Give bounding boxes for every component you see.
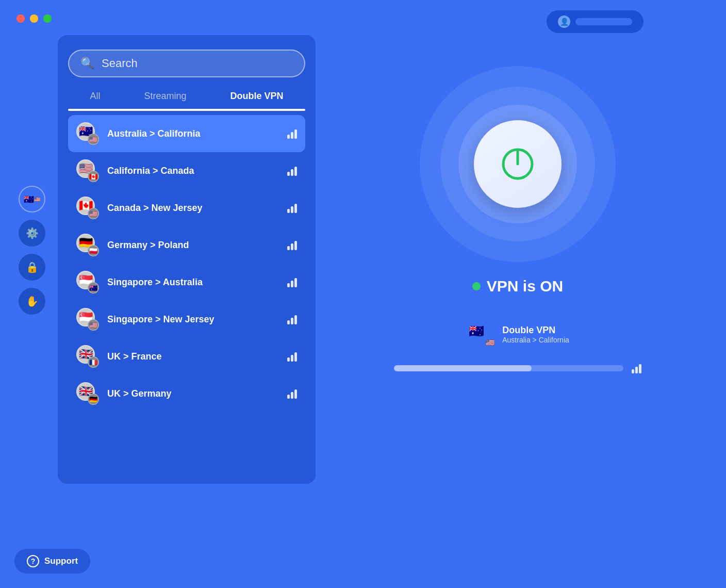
flag-duo-7: 🇬🇧 🇩🇪 <box>76 382 99 405</box>
question-icon: ? <box>27 555 39 567</box>
conn-flag-sec: 🇺🇸 <box>484 336 496 349</box>
search-icon: 🔍 <box>80 57 94 70</box>
power-container <box>420 66 616 262</box>
search-box[interactable]: 🔍 <box>68 50 305 77</box>
flag-duo-3: 🇩🇪 🇵🇱 <box>76 234 99 256</box>
flag-secondary-7: 🇩🇪 <box>88 394 99 405</box>
vpn-name-6: UK > France <box>107 351 279 362</box>
list-item[interactable]: 🇦🇺 🇺🇸 Australia > California <box>68 115 305 152</box>
user-icon: 👤 <box>558 15 570 28</box>
signal-bars-0 <box>287 128 297 139</box>
list-item[interactable]: 🇩🇪 🇵🇱 Germany > Poland <box>68 226 305 264</box>
flag-duo-5: 🇸🇬 🇺🇸 <box>76 308 99 331</box>
vpn-name-5: Singapore > New Jersey <box>107 314 279 325</box>
tab-double-vpn[interactable]: Double VPN <box>225 89 288 104</box>
flag-secondary-0: 🇺🇸 <box>88 134 99 145</box>
flag-secondary-1: 🇨🇦 <box>88 171 99 182</box>
sidebar-item-block[interactable]: ✋ <box>19 288 45 315</box>
vpn-list: 🇦🇺 🇺🇸 Australia > California 🇺🇸 🇨🇦 Calif… <box>68 115 305 412</box>
connection-type-label: Double VPN <box>502 325 569 336</box>
status-dot <box>472 282 481 290</box>
list-item[interactable]: 🇸🇬 🇦🇺 Singapore > Australia <box>68 264 305 301</box>
signal-bars-1 <box>287 166 297 176</box>
user-button[interactable]: 👤 <box>547 10 644 33</box>
speed-bar-background <box>394 365 623 371</box>
vpn-status: VPN is ON <box>472 277 563 295</box>
sidebar-panel: 🔍 All Streaming Double VPN 🇦🇺 🇺🇸 Austral… <box>58 35 316 484</box>
flag-secondary-4: 🇦🇺 <box>88 282 99 293</box>
left-nav: 🇦🇺🇺🇸 ⚙️ 🔒 ✋ <box>19 186 45 315</box>
flag-secondary-3: 🇵🇱 <box>88 245 99 256</box>
list-item[interactable]: 🇸🇬 🇺🇸 Singapore > New Jersey <box>68 301 305 338</box>
flag-duo-0: 🇦🇺 🇺🇸 <box>76 122 99 145</box>
flag-duo-4: 🇸🇬 🇦🇺 <box>76 271 99 293</box>
filter-tabs: All Streaming Double VPN <box>68 89 305 109</box>
support-label: Support <box>44 556 78 566</box>
flag-secondary-6: 🇫🇷 <box>88 356 99 368</box>
signal-bars-4 <box>287 277 297 287</box>
sidebar-item-flag[interactable]: 🇦🇺🇺🇸 <box>19 186 45 213</box>
conn-flag-main: 🇦🇺 <box>466 321 487 341</box>
signal-bars-5 <box>287 314 297 324</box>
support-button[interactable]: ? Support <box>14 549 90 574</box>
power-button[interactable] <box>474 120 562 208</box>
connection-flag: 🇦🇺 🇺🇸 <box>466 321 493 348</box>
flag-secondary-2: 🇺🇸 <box>88 208 99 219</box>
close-dot[interactable] <box>16 14 25 23</box>
vpn-name-1: California > Canada <box>107 166 279 176</box>
list-item[interactable]: 🇬🇧 🇫🇷 UK > France <box>68 338 305 375</box>
speed-bar-row <box>394 363 641 373</box>
connection-card[interactable]: 🇦🇺 🇺🇸 Double VPN Australia > California <box>466 316 569 353</box>
flag-duo-1: 🇺🇸 🇨🇦 <box>76 159 99 182</box>
user-label <box>575 18 632 25</box>
search-input[interactable] <box>102 57 293 70</box>
flag-duo-2: 🇨🇦 🇺🇸 <box>76 197 99 219</box>
titlebar <box>16 14 52 23</box>
list-item[interactable]: 🇬🇧 🇩🇪 UK > Germany <box>68 375 305 412</box>
vpn-name-4: Singapore > Australia <box>107 277 279 288</box>
tab-all[interactable]: All <box>85 89 105 104</box>
vpn-name-3: Germany > Poland <box>107 240 279 251</box>
connection-route-label: Australia > California <box>502 336 569 344</box>
sidebar-item-settings[interactable]: ⚙️ <box>19 220 45 247</box>
main-area: VPN is ON 🇦🇺 🇺🇸 Double VPN Australia > C… <box>330 35 705 567</box>
sidebar-item-security[interactable]: 🔒 <box>19 254 45 281</box>
speed-bar-fill <box>394 365 532 371</box>
tab-indicator <box>68 109 305 111</box>
minimize-dot[interactable] <box>30 14 38 23</box>
flag-duo-6: 🇬🇧 🇫🇷 <box>76 345 99 368</box>
signal-bars-2 <box>287 203 297 213</box>
vpn-name-7: UK > Germany <box>107 388 279 399</box>
signal-bars-7 <box>287 388 297 399</box>
connection-info: Double VPN Australia > California <box>502 325 569 344</box>
signal-bars-3 <box>287 240 297 250</box>
vpn-name-2: Canada > New Jersey <box>107 203 279 214</box>
speed-signal-bars <box>632 363 641 373</box>
flag-secondary-5: 🇺🇸 <box>88 319 99 331</box>
vpn-name-0: Australia > California <box>107 128 279 139</box>
signal-bars-6 <box>287 351 297 362</box>
tab-streaming[interactable]: Streaming <box>139 89 191 104</box>
list-item[interactable]: 🇺🇸 🇨🇦 California > Canada <box>68 152 305 189</box>
status-text: VPN is ON <box>487 277 563 295</box>
list-item[interactable]: 🇨🇦 🇺🇸 Canada > New Jersey <box>68 189 305 226</box>
maximize-dot[interactable] <box>43 14 52 23</box>
